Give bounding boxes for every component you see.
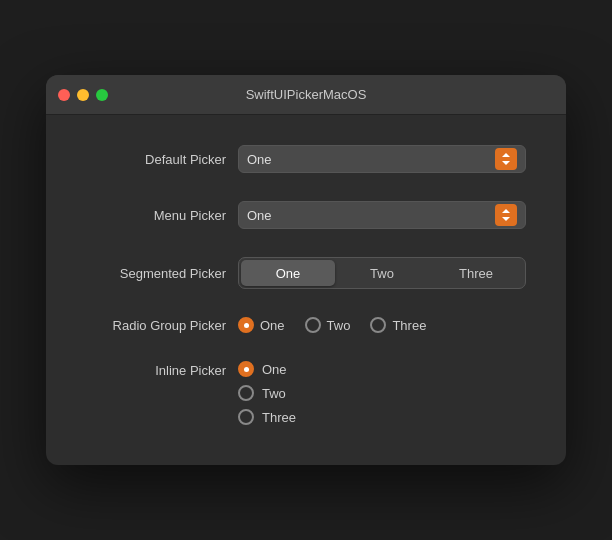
default-picker-arrow-icon [495, 148, 517, 170]
radio-group-control: One Two Three [238, 317, 426, 333]
segmented-picker-label: Segmented Picker [86, 266, 226, 281]
segment-three[interactable]: Three [429, 260, 523, 286]
radio-one-label: One [260, 318, 285, 333]
main-content: Default Picker One Menu Picker One [46, 115, 566, 465]
default-picker-row: Default Picker One [86, 145, 526, 173]
default-picker-dropdown[interactable]: One [238, 145, 526, 173]
menu-up-down-arrows-icon [501, 208, 511, 222]
inline-three-circle [238, 409, 254, 425]
radio-one-circle [238, 317, 254, 333]
maximize-button[interactable] [96, 89, 108, 101]
radio-three-circle [370, 317, 386, 333]
inline-three-label: Three [262, 410, 296, 425]
default-picker-label: Default Picker [86, 152, 226, 167]
inline-three[interactable]: Three [238, 409, 296, 425]
up-down-arrows-icon [501, 152, 511, 166]
menu-picker-value: One [247, 208, 495, 223]
close-button[interactable] [58, 89, 70, 101]
inline-picker-options: One Two Three [238, 361, 296, 425]
inline-one-label: One [262, 362, 287, 377]
radio-three-label: Three [392, 318, 426, 333]
segmented-picker-control: One Two Three [238, 257, 526, 289]
inline-one[interactable]: One [238, 361, 296, 377]
titlebar: SwiftUIPickerMacOS [46, 75, 566, 115]
inline-two-label: Two [262, 386, 286, 401]
menu-picker-row: Menu Picker One [86, 201, 526, 229]
radio-group-label: Radio Group Picker [86, 318, 226, 333]
inline-picker-row: Inline Picker One Two Three [86, 361, 526, 425]
menu-picker-dropdown[interactable]: One [238, 201, 526, 229]
radio-three[interactable]: Three [370, 317, 426, 333]
segmented-picker-row: Segmented Picker One Two Three [86, 257, 526, 289]
radio-two[interactable]: Two [305, 317, 351, 333]
radio-one[interactable]: One [238, 317, 285, 333]
segment-one[interactable]: One [241, 260, 335, 286]
menu-picker-arrow-icon [495, 204, 517, 226]
segment-two[interactable]: Two [335, 260, 429, 286]
minimize-button[interactable] [77, 89, 89, 101]
radio-group-row: Radio Group Picker One Two Three [86, 317, 526, 333]
radio-two-label: Two [327, 318, 351, 333]
radio-two-circle [305, 317, 321, 333]
traffic-lights [58, 89, 108, 101]
window-title: SwiftUIPickerMacOS [246, 87, 367, 102]
inline-two-circle [238, 385, 254, 401]
default-picker-value: One [247, 152, 495, 167]
inline-two[interactable]: Two [238, 385, 296, 401]
inline-picker-label: Inline Picker [86, 363, 226, 378]
inline-one-circle [238, 361, 254, 377]
app-window: SwiftUIPickerMacOS Default Picker One Me… [46, 75, 566, 465]
menu-picker-label: Menu Picker [86, 208, 226, 223]
